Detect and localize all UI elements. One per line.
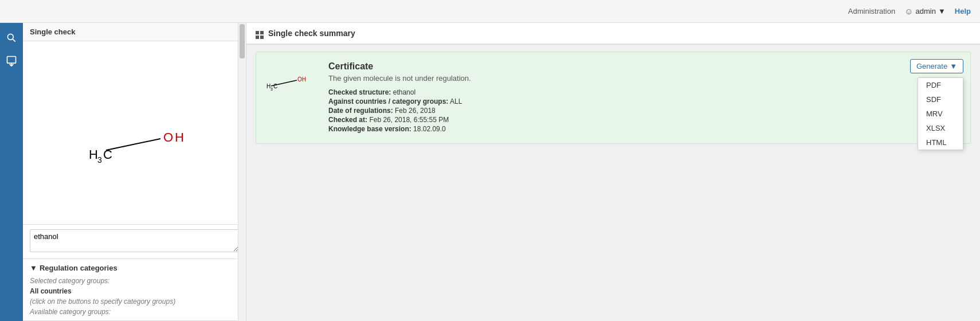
cert-checked-structure: Checked structure: ethanol: [328, 88, 961, 96]
top-nav: Administration ☺ admin ▼ Help: [0, 0, 980, 23]
cert-checked-structure-value: ethanol: [393, 88, 415, 96]
import-icon: [6, 55, 17, 66]
generate-label: Generate: [916, 62, 947, 71]
regulation-header[interactable]: ▼ Regulation categories: [30, 264, 239, 272]
svg-text:H: H: [175, 130, 184, 144]
dropdown-item-mrv[interactable]: MRV: [918, 107, 963, 121]
svg-text:C: C: [273, 83, 277, 89]
generate-dropdown-wrapper: Generate ▼ PDF SDF MRV XLSX HTML: [910, 59, 963, 73]
grid-icon: [256, 28, 264, 39]
cert-kb-version-value: 18.02.09.0: [413, 125, 446, 133]
cert-date-label: Date of regulations:: [328, 107, 393, 115]
regulation-body: Selected category groups: All countries …: [30, 277, 239, 316]
panel-header-title: Single check summary: [268, 29, 355, 38]
svg-text:H: H: [89, 147, 98, 162]
molecule-drawing-area[interactable]: H 3 C O H: [23, 41, 246, 225]
summary-card: H 3 C OH Certificate The given molecule …: [256, 52, 971, 144]
cert-date-value: Feb 26, 2018: [395, 107, 436, 115]
cert-countries-label: Against countries / category groups:: [328, 97, 448, 105]
left-scrollbar[interactable]: [238, 23, 246, 321]
summary-content: Certificate The given molecule is not un…: [328, 61, 961, 134]
molecule-structure: H 3 C O H: [54, 76, 215, 190]
regulation-section: ▼ Regulation categories Selected categor…: [23, 259, 246, 321]
cert-checked-at: Checked at: Feb 26, 2018, 6:55:55 PM: [328, 116, 961, 124]
cert-date: Date of regulations: Feb 26, 2018: [328, 107, 961, 115]
search-icon-btn[interactable]: [1, 28, 22, 48]
dropdown-item-html[interactable]: HTML: [918, 135, 963, 150]
svg-text:C: C: [103, 147, 112, 162]
generate-button[interactable]: Generate ▼: [910, 59, 963, 73]
svg-line-1: [13, 39, 15, 42]
generate-dropdown-menu: PDF SDF MRV XLSX HTML: [918, 77, 963, 150]
available-label: Available category groups:: [30, 308, 239, 316]
dropdown-item-pdf[interactable]: PDF: [918, 78, 963, 92]
cert-checked-at-value: Feb 26, 2018, 6:55:55 PM: [369, 116, 449, 124]
dropdown-item-sdf[interactable]: SDF: [918, 92, 963, 107]
svg-text:3: 3: [271, 87, 273, 91]
main-layout: Single check H 3 C O H ethanol ▼: [0, 23, 980, 321]
cert-checked-structure-label: Checked structure:: [328, 88, 391, 96]
cert-countries-value: ALL: [450, 97, 462, 105]
help-link[interactable]: Help: [955, 7, 971, 15]
cert-checked-at-label: Checked at:: [328, 116, 367, 124]
right-panel: Single check summary H 3 C OH Certificat…: [246, 23, 980, 321]
molecule-thumb-svg: H 3 C OH: [265, 64, 317, 99]
svg-text:OH: OH: [297, 76, 306, 83]
admin-chevron-icon: ▼: [938, 7, 946, 15]
molecule-thumbnail: H 3 C OH: [265, 61, 317, 101]
svg-rect-2: [7, 57, 16, 64]
cert-kb-version-label: Knowledge base version:: [328, 125, 411, 133]
regulation-title: Regulation categories: [40, 264, 117, 272]
cert-subtitle: The given molecule is not under regulati…: [328, 74, 961, 83]
svg-text:O: O: [163, 130, 173, 144]
left-panel-header: Single check: [23, 23, 246, 41]
collapse-icon: ▼: [30, 264, 37, 272]
dropdown-item-xlsx[interactable]: XLSX: [918, 121, 963, 135]
admin-label: admin: [916, 7, 936, 15]
molecule-name-area: ethanol: [23, 225, 246, 259]
cert-title: Certificate: [328, 61, 961, 72]
selected-value: All countries: [30, 287, 239, 295]
left-panel: Single check H 3 C O H ethanol ▼: [23, 23, 246, 321]
selected-label: Selected category groups:: [30, 277, 239, 285]
import-icon-btn[interactable]: [1, 50, 22, 71]
sidebar-icons: [0, 23, 23, 321]
generate-chevron-icon: ▼: [950, 62, 957, 71]
molecule-name-input[interactable]: ethanol: [30, 229, 239, 252]
category-hint: (click on the buttons to specify categor…: [30, 297, 239, 306]
cert-kb-version: Knowledge base version: 18.02.09.0: [328, 125, 961, 133]
right-panel-header: Single check summary: [246, 23, 980, 45]
scroll-thumb: [240, 24, 245, 58]
cert-countries: Against countries / category groups: ALL: [328, 97, 961, 105]
admin-menu[interactable]: ☺ admin ▼: [904, 6, 946, 16]
administration-link[interactable]: Administration: [848, 7, 895, 15]
svg-text:3: 3: [97, 155, 102, 165]
search-icon: [6, 32, 17, 44]
svg-line-4: [106, 139, 160, 150]
svg-point-0: [7, 34, 13, 40]
person-icon: ☺: [904, 6, 913, 16]
